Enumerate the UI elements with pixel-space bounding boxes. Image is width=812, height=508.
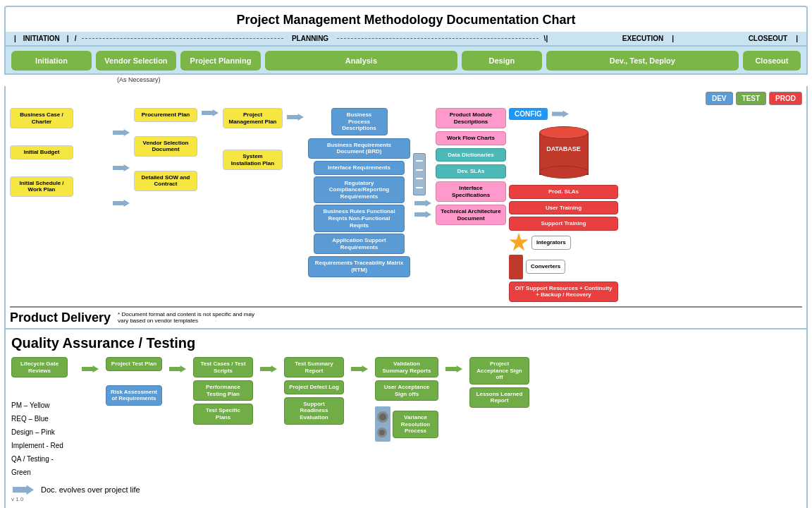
env-section: DEV TEST PROD: [10, 92, 802, 105]
arrow-vendor-1: [202, 109, 219, 116]
phase-box-design: Design: [462, 51, 542, 71]
support-training-doc: Support Training: [509, 217, 618, 231]
tech-arch-doc: Technical Architecture Document: [436, 205, 506, 225]
vendor-column: Procurement Plan Vendor Selection Docume…: [134, 108, 197, 191]
doc-format-note: * Document format and content is not spe…: [118, 311, 259, 324]
phase-box-vendor: Vendor Selection: [96, 51, 176, 71]
exec-docs: Prod. SLAs User Training Support Trainin…: [509, 185, 618, 302]
rtm-doc: Requirements Traceability Matrix (RTM): [308, 256, 410, 277]
product-delivery-label: Product Delivery: [10, 310, 111, 325]
evolves-arrow: [13, 485, 34, 495]
business-case-doc: Business Case / Charter: [10, 108, 73, 128]
bus-process-container: Business Process Descriptions: [308, 108, 410, 135]
test-specific-doc: Test Specific Plans: [193, 404, 253, 424]
lifecycle-gate-doc: Lifecycle Gate Reviews: [11, 357, 68, 377]
validation-summary-doc: Validation Summary Reports: [375, 357, 438, 377]
planning-phase-label: PLANNING: [292, 35, 328, 42]
product-module-doc: Product Module Descriptions: [436, 108, 506, 128]
test-summary-column: Test Summary Report Project Defect Log S…: [284, 357, 344, 425]
arrow-init-3: [113, 200, 130, 207]
arrow-validation: [445, 365, 462, 373]
qa-section: Quality Assurance / Testing Lifecycle Ga…: [4, 329, 808, 508]
plan-arrows: [285, 108, 305, 121]
variance-row: Variance Resolution Process: [375, 406, 438, 442]
test-cases-arrow: [259, 357, 278, 375]
lifecycle-column: Lifecycle Gate Reviews PM – Yellow REQ –…: [11, 357, 75, 479]
execution-column: CONFIG DATABASE Prod. SLAs User Training…: [509, 108, 618, 302]
phase-line-2: [337, 38, 538, 39]
validation-column: Validation Summary Reports User Acceptan…: [375, 357, 438, 442]
converter-icon: [509, 255, 523, 279]
legend-section: PM – Yellow REQ – Blue Design – Pink Imp…: [11, 399, 75, 479]
lifecycle-arrow: [80, 357, 100, 375]
vendor-arrows: [200, 108, 220, 116]
arrow-init-2: [113, 164, 130, 171]
footer-row: Doc. evolves over project life: [11, 485, 801, 495]
lessons-learned-doc: Lessons Learned Report: [469, 387, 529, 408]
validation-arrow: [444, 357, 464, 375]
initial-budget-doc: Initial Budget: [10, 145, 73, 159]
variance-icon: [375, 406, 390, 442]
vendor-selection-doc: Vendor Selection Document: [134, 136, 197, 157]
project-acceptance-doc: Project Acceptance Sign off: [469, 357, 529, 385]
legend-qa: QA / Testing - Green: [11, 452, 75, 479]
project-test-plan-doc: Project Test Plan: [106, 357, 162, 371]
arrow-test-cases: [260, 365, 277, 373]
converters-row: Converters: [509, 255, 618, 279]
db-label: DATABASE: [539, 145, 589, 152]
test-summary-doc: Test Summary Report: [284, 357, 344, 377]
regulatory-doc: Regulatory Compliance/Reporting Requirem…: [314, 176, 405, 204]
legend-design: Design – Pink: [11, 425, 75, 439]
phase-separator-4: |: [672, 35, 674, 42]
summary-arrow: [350, 357, 369, 375]
user-training-doc: User Training: [509, 201, 618, 215]
test-cases-column: Test Cases / Test Scripts Performance Te…: [193, 357, 253, 425]
phase-box-closeout: Closeout: [743, 51, 801, 71]
analysis-column: Business Process Descriptions Business R…: [308, 108, 410, 277]
detailed-sow-doc: Detailed SOW and Contract: [134, 171, 197, 191]
bus-process-doc: Business Process Descriptions: [331, 108, 388, 135]
bus-req-doc: Business Requirements Document (BRD): [308, 138, 410, 159]
phase-separator-5: |: [796, 35, 798, 42]
db-top: [539, 126, 589, 139]
risk-assessment-doc: Risk Assessment of Requirements: [106, 385, 162, 406]
dev-slas-doc: Dev. SLAs: [436, 164, 506, 179]
interface-spec-doc: Interface Specifications: [436, 181, 506, 202]
config-badge: CONFIG: [509, 108, 548, 120]
legend-pm: PM – Yellow: [11, 399, 75, 412]
arrow-init-1: [113, 129, 130, 136]
analysis-arrow-group: [413, 153, 433, 218]
converters-label: Converters: [526, 260, 565, 274]
legend-implement: Implement - Red: [11, 439, 75, 452]
bus-rules-doc: Business Rules Functional Reqnts Non-Fun…: [314, 205, 405, 232]
user-acceptance-doc: User Acceptance Sign offs: [375, 380, 438, 401]
config-section: CONFIG: [509, 108, 618, 120]
phase-bar: | INITIATION | / PLANNING \| EXECUTION |…: [4, 32, 808, 47]
test-plan-arrow: [168, 357, 187, 375]
integrators-row: Integrators: [509, 233, 618, 253]
design-column: Product Module Descriptions Work Flow Ch…: [436, 108, 506, 225]
phase-separator-2: |: [67, 35, 69, 42]
closeout-qa-column: Project Acceptance Sign off Lessons Lear…: [469, 357, 529, 408]
app-support-doc: Application Support Requirements: [314, 234, 405, 254]
pm-plan-doc: Project Management Plan: [223, 108, 283, 128]
variance-doc: Variance Resolution Process: [393, 411, 438, 438]
version-label: v 1.0: [11, 496, 801, 502]
db-bottom: [539, 166, 589, 179]
variance-gear-1: [377, 411, 388, 423]
system-install-doc: System Installation Plan: [223, 150, 283, 170]
phase-line-1: [82, 38, 283, 39]
test-badge: TEST: [736, 92, 767, 105]
support-readiness-doc: Support Readiness Evaluation: [284, 397, 344, 425]
database-visual: DATABASE: [539, 124, 589, 181]
perf-testing-doc: Performance Testing Plan: [193, 380, 253, 401]
workflow-doc: Work Flow Charts: [436, 131, 506, 145]
main-content: DEV TEST PROD Business Case / Charter In…: [4, 86, 808, 329]
main-flow: Business Case / Charter Initial Budget I…: [10, 108, 802, 302]
interface-req-doc: Interface Requirements: [314, 161, 405, 175]
prod-badge: PROD: [769, 92, 802, 105]
phase-separator-3: \|: [544, 35, 548, 42]
legend-req: REQ – Blue: [11, 412, 75, 425]
procurement-plan-doc: Procurement Plan: [134, 108, 197, 122]
main-container: Project Management Methodology Documenta…: [4, 6, 808, 508]
